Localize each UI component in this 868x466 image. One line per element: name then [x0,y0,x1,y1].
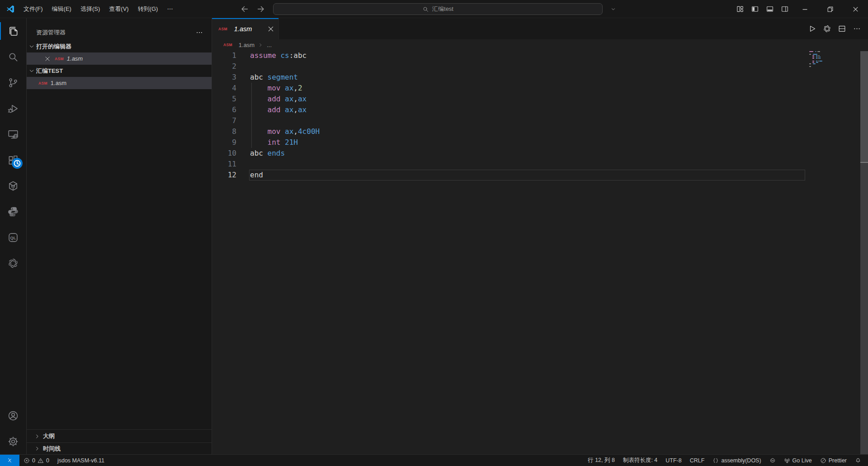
line-number[interactable]: 10 [212,148,236,159]
code-line-2[interactable]: 2 [212,61,868,72]
minimap[interactable] [809,51,854,71]
encoding[interactable]: UTF-8 [661,455,685,466]
code-line-7[interactable]: 7 [212,115,868,126]
line-number[interactable]: 3 [212,72,236,83]
line-number[interactable]: 6 [212,105,236,115]
section-open-editors[interactable]: 打开的编辑器 [27,40,212,52]
menu-item-1[interactable]: 编辑(E) [47,0,76,18]
code-line-12[interactable]: 12end [212,170,868,181]
menu-item-4[interactable]: 转到(G) [133,0,163,18]
line-number[interactable]: 9 [212,137,236,148]
tab-close-icon[interactable] [267,25,275,33]
masm-extension-status[interactable]: jsdos MASM-v6.11 [53,455,108,466]
remote-indicator[interactable] [0,455,19,466]
line-content: int 21H [236,137,298,148]
activity-item-python[interactable] [0,199,26,224]
code-editor[interactable]: 1assume cs:abc23abc segment4 mov ax,25 a… [212,50,868,454]
close-button[interactable] [843,0,868,18]
source-control-icon [7,77,19,89]
activity-item-containers[interactable] [0,173,26,199]
copilot-status[interactable] [765,455,780,466]
menu-item-5[interactable]: ⋯ [162,0,177,18]
line-number[interactable]: 4 [212,83,236,94]
go-live[interactable]: Go Live [780,455,816,466]
code-line-11[interactable]: 11 [212,159,868,170]
line-content: assume cs:abc [236,50,307,61]
breadcrumb-more[interactable]: ... [267,42,272,48]
restore-button[interactable] [817,0,843,18]
code-line-3[interactable]: 3abc segment [212,72,868,83]
section-folder-root[interactable]: 汇编TEST [27,65,212,77]
minimize-button[interactable] [792,0,817,18]
sidebar-empty-space [27,89,212,429]
activity-item-run-and-debug[interactable] [0,95,26,121]
line-number[interactable]: 7 [212,115,236,126]
eol[interactable]: CRLF [686,455,709,466]
line-number[interactable]: 12 [212,170,236,181]
problems-status[interactable]: 0 0 [19,455,53,466]
slash-circle-icon [820,457,826,464]
activity-item-codeql[interactable]: QL [0,224,26,250]
open-editor-item-1asm[interactable]: ASM 1.asm [27,52,212,65]
prettier[interactable]: Prettier [816,455,851,466]
minimap-mark [812,62,814,63]
panel-bottom-button[interactable] [762,0,777,18]
line-number[interactable]: 11 [212,159,236,170]
activity-item-explorer[interactable] [0,18,26,44]
copilot-menu[interactable] [610,4,616,14]
chevron-down-icon [28,67,35,75]
menu-item-3[interactable]: 查看(V) [104,0,133,18]
line-number[interactable]: 5 [212,94,236,105]
activity-item-accounts[interactable] [0,403,26,428]
menu-item-0[interactable]: 文件(F) [19,0,47,18]
pane-outline[interactable]: 大纲 [27,429,212,442]
pane-timeline[interactable]: 时间线 [27,442,212,454]
back-arrow-icon[interactable] [240,4,250,14]
editor-scrollbar[interactable] [860,51,868,454]
line-number[interactable]: 2 [212,61,236,72]
activity-item-settings[interactable] [0,428,26,454]
line-content [236,61,250,72]
chevron-right-icon [34,433,41,440]
activity-item-source-control[interactable] [0,70,26,95]
scrollbar-slider[interactable] [860,51,868,162]
close-icon[interactable] [44,55,51,62]
panel-right-button[interactable] [777,0,792,18]
tab-1asm[interactable]: ASM 1.asm [212,18,279,39]
more-actions-icon[interactable] [195,29,203,37]
layout-button[interactable] [732,0,747,18]
minimap-mark [815,51,816,52]
panel-left-button[interactable] [747,0,762,18]
line-number[interactable]: 1 [212,50,236,61]
code-line-1[interactable]: 1assume cs:abc [212,50,868,61]
minimap-mark [818,61,818,62]
split-editor-button[interactable] [835,22,849,35]
forward-arrow-icon[interactable] [256,4,266,14]
code-line-5[interactable]: 5 add ax,ax [212,94,868,105]
activity-item-openai[interactable] [0,250,26,276]
activity-item-remote-explorer[interactable] [0,121,26,147]
code-line-10[interactable]: 10abc ends [212,148,868,159]
indentation[interactable]: 制表符长度: 4 [619,455,661,466]
tree-item-1asm[interactable]: ASM 1.asm [27,77,212,89]
openai-action[interactable] [821,22,834,35]
line-number[interactable]: 8 [212,126,236,137]
command-center-search[interactable]: 汇编test [273,3,603,15]
notifications-bell[interactable] [851,455,865,466]
code-line-4[interactable]: 4 mov ax,2 [212,83,868,94]
language-mode[interactable]: assembly(DOS) [708,455,765,466]
minimap-mark [812,57,814,57]
activity-item-extensions[interactable] [0,147,26,173]
line-content: abc segment [236,72,298,83]
run-button[interactable] [806,22,819,35]
code-line-6[interactable]: 6 add ax,ax [212,105,868,115]
cursor-position[interactable]: 行 12, 列 8 [584,455,619,466]
activity-item-search[interactable] [0,44,26,70]
more-actions-button[interactable] [850,22,863,35]
file-label: 1.asm [67,55,83,62]
bell-icon [855,457,861,464]
breadcrumb-file[interactable]: 1.asm [239,42,255,48]
menu-item-2[interactable]: 选择(S) [76,0,104,18]
code-line-8[interactable]: 8 mov ax,4c00H [212,126,868,137]
code-line-9[interactable]: 9 int 21H [212,137,868,148]
